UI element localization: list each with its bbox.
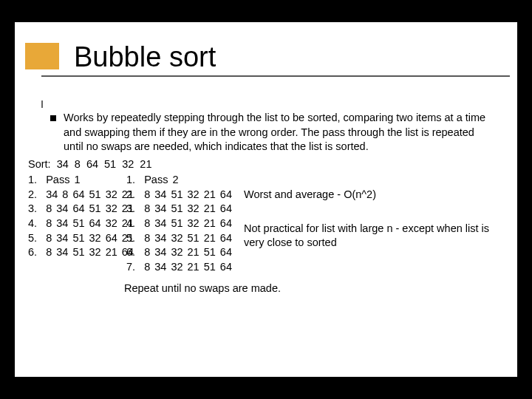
pass-2-row: 2. 8 34 51 32 21 64 bbox=[126, 188, 232, 202]
pass-1-column: 1. Pass 1 2. 34 8 64 51 32 21 3. 8 34 64… bbox=[28, 173, 134, 274]
practicality-note: Not practical for list with large n - ex… bbox=[244, 222, 492, 250]
pass-1-header: 1. Pass 1 bbox=[28, 173, 134, 188]
sort-line: Sort: 34 8 64 51 32 21 bbox=[28, 157, 492, 172]
pass-2-row: 3. 8 34 51 32 21 64 bbox=[126, 202, 232, 216]
bullet-text: Works by repeatedly stepping through the… bbox=[64, 111, 492, 154]
title-underline bbox=[41, 75, 510, 77]
slide: Bubble sort Works by repeatedly stepping… bbox=[15, 22, 517, 377]
square-bullet-icon bbox=[50, 115, 56, 121]
pass-1-row: 5. 8 34 51 32 64 21 bbox=[28, 231, 134, 246]
pass-1-row: 4. 8 34 51 64 32 21 bbox=[28, 216, 134, 231]
pass-1-row: 2. 34 8 64 51 32 21 bbox=[28, 188, 134, 202]
pass-2-row: 6. 8 34 32 21 51 64 bbox=[126, 245, 232, 260]
body: Works by repeatedly stepping through the… bbox=[50, 111, 492, 296]
pass-2-header: 1. Pass 2 bbox=[126, 173, 232, 188]
pass-2-row: 4. 8 34 51 32 21 64 bbox=[126, 216, 232, 231]
pass-1-row: 6. 8 34 51 32 21 64 bbox=[28, 245, 134, 260]
passes-container: 1. Pass 1 2. 34 8 64 51 32 21 3. 8 34 64… bbox=[28, 173, 492, 274]
repeat-note: Repeat until no swaps are made. bbox=[124, 282, 492, 296]
pass-2-row: 5. 8 34 32 51 21 64 bbox=[126, 231, 232, 246]
bullet-item: Works by repeatedly stepping through the… bbox=[50, 111, 492, 154]
tick-mark bbox=[41, 100, 43, 108]
pass-2-row: 7. 8 34 32 21 51 64 bbox=[126, 260, 232, 275]
pass-1-row: 3. 8 34 64 51 32 21 bbox=[28, 202, 134, 216]
pass-2-column: 1. Pass 2 2. 8 34 51 32 21 64 3. 8 34 51… bbox=[126, 173, 232, 274]
slide-title: Bubble sort bbox=[15, 43, 517, 71]
complexity-note: Worst and average - O(n^2) bbox=[244, 188, 492, 202]
title-area: Bubble sort bbox=[15, 22, 517, 71]
side-notes: Worst and average - O(n^2) Not practical… bbox=[244, 173, 492, 274]
